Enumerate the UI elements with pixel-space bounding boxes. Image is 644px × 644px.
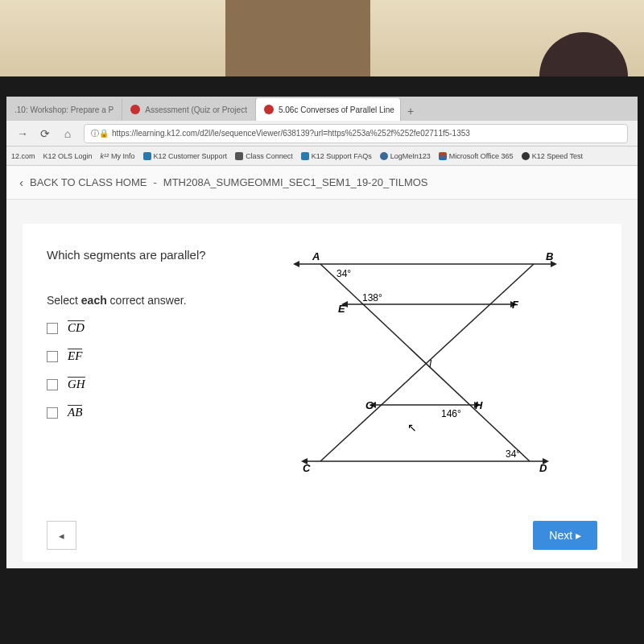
bookmark-item[interactable]: Class Connect — [235, 152, 293, 160]
chevron-left-icon[interactable]: ‹ — [19, 175, 23, 189]
tab-strip: .10: Workshop: Prepare a P Assessment (Q… — [6, 97, 638, 121]
browser-tab[interactable]: Assessment (Quiz or Project — [122, 98, 256, 121]
checkbox[interactable] — [47, 379, 58, 390]
lock-icon: 🔒 — [99, 129, 109, 138]
browser-tab-active[interactable]: 5.06c Converses of Parallel Line ✕ — [256, 98, 401, 121]
tab-favicon — [264, 105, 274, 114]
answer-option[interactable]: EF — [47, 349, 272, 363]
quiz-panel: Which segments are parallel? Select each… — [23, 224, 621, 562]
page-content: ‹ BACK TO CLASS HOME - MTH208A_SUMGEOMMI… — [6, 166, 638, 568]
geometry-diagram: A B E F G H C D I 34° 138° 146° — [288, 248, 597, 493]
point-I: I — [429, 358, 432, 369]
tab-label: Assessment (Quiz or Project — [145, 105, 247, 114]
point-E: E — [338, 303, 345, 315]
reload-icon[interactable]: ⟳ — [35, 124, 55, 143]
nav-toolbar: → ⟳ ⌂ ⓘ 🔒 https://learning.k12.com/d2l/l… — [6, 121, 638, 147]
bookmark-item[interactable]: K12 Support FAQs — [301, 152, 372, 160]
tab-favicon — [130, 105, 140, 114]
address-bar[interactable]: ⓘ 🔒 https://learning.k12.com/d2l/le/sequ… — [84, 124, 628, 143]
bookmarks-bar: 12.com K12 OLS Login k¹² My Info K12 Cus… — [6, 147, 638, 166]
point-B: B — [546, 250, 553, 262]
info-icon: ⓘ — [91, 128, 99, 139]
bookmark-item[interactable]: 12.com — [11, 152, 35, 160]
angle-34-bottom: 34° — [506, 448, 520, 460]
breadcrumb: ‹ BACK TO CLASS HOME - MTH208A_SUMGEOMMI… — [6, 166, 638, 200]
bookmark-item[interactable]: K12 Speed Test — [522, 152, 583, 160]
bookmark-item[interactable]: k¹² My Info — [101, 152, 135, 160]
point-C: C — [303, 462, 311, 474]
back-link[interactable]: BACK TO CLASS HOME — [30, 176, 147, 188]
browser-tab[interactable]: .10: Workshop: Prepare a P — [6, 98, 122, 121]
point-G: G — [365, 399, 374, 411]
bookmark-item[interactable]: K12 OLS Login — [43, 152, 93, 160]
checkbox[interactable] — [47, 351, 58, 362]
url-text: https://learning.k12.com/d2l/le/sequence… — [112, 129, 470, 138]
mouse-cursor-icon: ↖ — [407, 421, 417, 434]
bookmark-item[interactable]: Microsoft Office 365 — [439, 152, 514, 160]
checkbox[interactable] — [47, 323, 58, 334]
checkbox[interactable] — [47, 407, 58, 419]
tab-label: 5.06c Converses of Parallel Line — [279, 105, 394, 114]
answer-label: GH — [68, 378, 85, 391]
answer-option[interactable]: AB — [47, 406, 272, 419]
answer-option[interactable]: CD — [47, 321, 272, 335]
angle-34-top: 34° — [336, 268, 351, 279]
question-text: Which segments are parallel? — [47, 248, 272, 262]
next-button[interactable]: Next ▸ — [533, 521, 597, 550]
point-A: A — [312, 250, 320, 262]
home-icon[interactable]: ⌂ — [58, 124, 77, 143]
angle-138: 138° — [362, 292, 382, 303]
browser-window: .10: Workshop: Prepare a P Assessment (Q… — [6, 97, 638, 568]
new-tab-button[interactable]: + — [401, 101, 420, 121]
answer-label: AB — [68, 406, 82, 419]
course-title: MTH208A_SUMGEOMMI_SEC1_SEM1_19-20_TILMOS — [163, 176, 428, 188]
answer-option[interactable]: GH — [47, 378, 272, 391]
tab-label: .10: Workshop: Prepare a P — [14, 105, 114, 114]
instruction-text: Select each correct answer. — [47, 294, 272, 307]
angle-146: 146° — [441, 408, 461, 419]
point-H: H — [475, 399, 483, 411]
reload-icon[interactable]: → — [13, 124, 32, 143]
answer-label: EF — [68, 349, 82, 363]
monitor-bezel: .10: Workshop: Prepare a P Assessment (Q… — [0, 76, 644, 644]
point-F: F — [512, 299, 519, 311]
answer-label: CD — [68, 321, 85, 335]
bookmark-item[interactable]: K12 Customer Support — [143, 152, 228, 160]
prev-button[interactable]: ◂ — [47, 521, 76, 550]
point-D: D — [539, 462, 547, 474]
svg-marker-1 — [293, 261, 299, 267]
bookmark-item[interactable]: LogMeIn123 — [380, 152, 431, 160]
